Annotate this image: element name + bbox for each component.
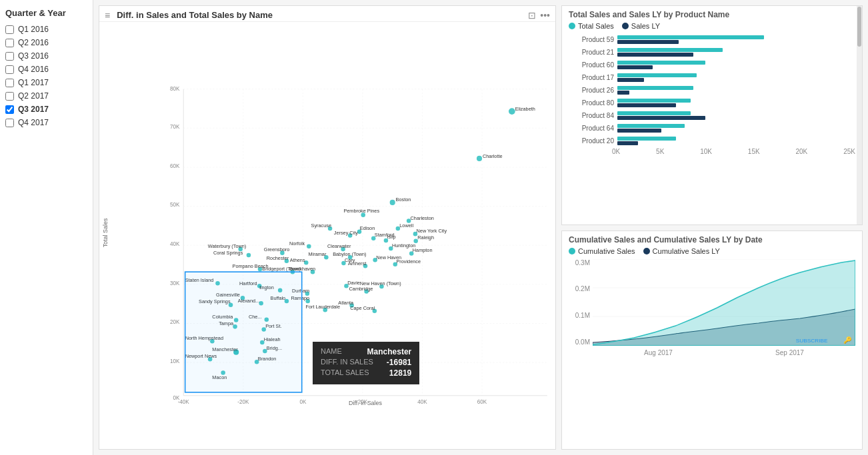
label-q1-2016: Q1 2016 (18, 25, 49, 34)
sidebar-item-q1-2017[interactable]: Q1 2017 (5, 78, 87, 87)
point-coralsprings[interactable] (247, 253, 251, 258)
checkbox-q2-2016[interactable] (5, 39, 14, 47)
cumul-y-0: 0.0M (569, 338, 590, 346)
sidebar: Quarter & Year Q1 2016Q2 2016Q3 2016Q4 2… (0, 0, 93, 455)
label-q2-2016: Q2 2016 (18, 38, 49, 47)
bar-ly (617, 53, 693, 57)
expand-icon[interactable]: ⊡ (528, 11, 536, 20)
bar-row-product-60: Product 60 (574, 59, 850, 70)
bar-row-product-59: Product 59 (574, 34, 850, 45)
svg-text:50K: 50K (170, 202, 180, 208)
bar-label: Product 20 (574, 137, 617, 145)
bar-chart-legend: Total Sales Sales LY (569, 22, 855, 30)
sales-ly-dot (622, 23, 629, 29)
bar-label: Product 26 (574, 87, 617, 94)
bar-total (617, 73, 697, 77)
bar-tracks (617, 73, 850, 82)
svg-text:-20K: -20K (237, 399, 249, 405)
svg-text:Cambridge: Cambridge (349, 286, 373, 292)
subscribe-text[interactable]: SUBSCRIBE (796, 338, 828, 344)
sidebar-item-q3-2017[interactable]: Q3 2017 (5, 105, 87, 114)
cumul-sales-ly-dot (643, 248, 650, 254)
bar-label: Product 21 (574, 49, 617, 56)
bar-row-product-17: Product 17 (574, 72, 850, 83)
bar-total (617, 111, 691, 115)
svg-text:60K: 60K (170, 163, 180, 169)
svg-text:Waterbury (Town): Waterbury (Town) (208, 243, 246, 249)
bar-row-product-20: Product 20 (574, 135, 850, 146)
cumul-y-2: 0.2M (569, 285, 590, 292)
svg-text:40K: 40K (417, 399, 427, 405)
bar-chart-rows: Product 59Product 21Product 60Product 17… (569, 34, 855, 146)
cumul-svg: SUBSCRIBE 🔑 (593, 259, 855, 346)
svg-text:Edison: Edison (360, 225, 375, 231)
checkbox-q1-2017[interactable] (5, 79, 14, 87)
scatter-panel: ≡ Diff. in Sales and Total Sales by Name… (99, 5, 556, 450)
svg-text:Rochester: Rochester (267, 255, 289, 261)
sidebar-item-q4-2016[interactable]: Q4 2016 (5, 65, 87, 74)
checkbox-q3-2017[interactable] (5, 105, 14, 114)
bar-row-product-26: Product 26 (574, 85, 850, 95)
svg-text:Raleigh: Raleigh (417, 234, 434, 240)
label-q3-2016: Q3 2016 (18, 51, 49, 61)
cumul-sales-dot (569, 248, 575, 254)
svg-text:Boston: Boston (396, 197, 411, 203)
svg-text:Providence: Providence (396, 258, 421, 264)
svg-text:Charleston: Charleston (411, 215, 434, 221)
checkbox-q4-2017[interactable] (5, 119, 14, 127)
point-elizabeth[interactable] (509, 108, 515, 115)
sidebar-item-q3-2016[interactable]: Q3 2016 (5, 51, 87, 61)
subscribe-icon[interactable]: 🔑 (843, 336, 852, 344)
sidebar-item-q4-2017[interactable]: Q4 2017 (5, 118, 87, 127)
svg-text:Syracuse: Syracuse (311, 223, 331, 228)
cumul-sales-label: Cumulative Sales (578, 247, 635, 255)
bar-tracks (617, 99, 850, 107)
bar-total (617, 86, 693, 90)
point-charlotte[interactable] (477, 156, 482, 161)
checkbox-q4-2016[interactable] (5, 65, 14, 74)
svg-text:Lowell: Lowell (399, 223, 413, 228)
legend-cumul-sales: Cumulative Sales (569, 247, 635, 255)
bar-ly (617, 103, 676, 107)
svg-text:Elizabeth: Elizabeth (515, 106, 535, 112)
svg-text:Miramar: Miramar (309, 251, 327, 257)
scrollbar[interactable] (857, 6, 862, 225)
bar-chart-box: Total Sales and Sales LY by Product Name… (561, 5, 863, 225)
bar-tracks (617, 86, 850, 95)
filter-list: Q1 2016Q2 2016Q3 2016Q4 2016Q1 2017Q2 20… (5, 25, 87, 127)
bar-total (617, 99, 691, 103)
point-boston[interactable] (390, 200, 395, 205)
cumul-chart-title: Cumulative Sales and Cumulative Sales LY… (569, 235, 855, 244)
point-norfolk[interactable] (307, 244, 311, 249)
total-sales-label: Total Sales (578, 22, 614, 30)
bar-total (617, 61, 705, 65)
svg-text:Jersey City: Jersey City (334, 230, 359, 236)
label-q4-2016: Q4 2016 (18, 65, 49, 74)
bar-tracks (617, 124, 850, 133)
checkbox-q3-2016[interactable] (5, 52, 14, 61)
sidebar-item-q1-2016[interactable]: Q1 2016 (5, 25, 87, 34)
svg-text:Coral Springs: Coral Springs (213, 250, 243, 256)
sidebar-item-q2-2016[interactable]: Q2 2016 (5, 38, 87, 47)
cumul-chart-legend: Cumulative Sales Cumulative Sales LY (569, 247, 855, 255)
checkbox-q2-2017[interactable] (5, 92, 14, 101)
sidebar-title: Quarter & Year (5, 8, 87, 18)
bar-label: Product 64 (574, 125, 617, 132)
svg-text:-40K: -40K (178, 399, 190, 405)
checkbox-q1-2016[interactable] (5, 25, 14, 34)
total-sales-dot (569, 23, 575, 29)
label-q1-2017: Q1 2017 (18, 78, 49, 87)
bar-ly (617, 40, 679, 44)
svg-text:Fort Lauderdale: Fort Lauderdale (305, 304, 340, 310)
legend-cumul-sales-ly: Cumulative Sales LY (643, 247, 720, 255)
more-options-icon[interactable]: ••• (540, 11, 550, 20)
svg-text:New York City: New York City (417, 228, 447, 234)
sidebar-item-q2-2017[interactable]: Q2 2017 (5, 91, 87, 101)
svg-text:Babylon (Town): Babylon (Town) (333, 251, 366, 257)
scatter-header: ≡ Diff. in Sales and Total Sales by Name… (99, 6, 555, 22)
cumul-sales-ly-label: Cumulative Sales LY (653, 247, 720, 255)
label-q2-2017: Q2 2017 (18, 91, 49, 101)
scrollbar-thumb[interactable] (857, 7, 861, 47)
label-q3-2017: Q3 2017 (18, 105, 49, 114)
svg-text:Cape Coral: Cape Coral (350, 305, 375, 311)
